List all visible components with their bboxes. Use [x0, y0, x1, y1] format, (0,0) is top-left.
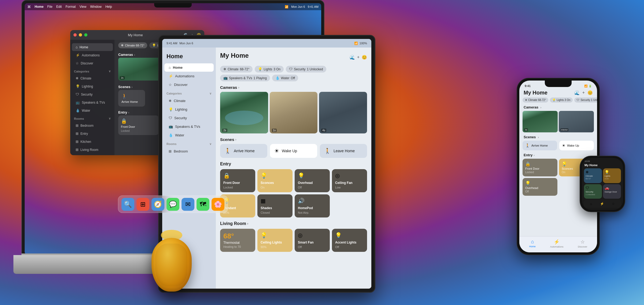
ipad-shades-card[interactable]: ▦ Shades Closed [257, 194, 293, 217]
window-maximize-button[interactable] [84, 33, 87, 37]
dock-finder[interactable]: 🔍 [121, 198, 134, 211]
dock-maps[interactable]: 🗺 [197, 198, 209, 211]
ipad-sconces-card[interactable]: 💡 Sconces On [257, 169, 293, 192]
ipad-camera-2[interactable]: 1s [270, 92, 318, 133]
iphone-tab-automations[interactable]: ⚡ Automations [550, 239, 563, 248]
menubar-right: 📶 Mon Jun 6 9:41 AM [285, 5, 319, 9]
lighting-icon: 💡 [76, 84, 80, 88]
ipad-sidebar-speakers[interactable]: 📺 Speakers & TVs [164, 122, 214, 131]
iphone-camera-2[interactable]: interior [559, 111, 594, 132]
ipad-sidebar-lighting[interactable]: 💡 Lighting [164, 105, 214, 114]
sidebar-item-kitchen[interactable]: ⊞ Kitchen [72, 138, 113, 146]
sidebar-item-discover[interactable]: ☆ Discover [72, 59, 113, 67]
ipad-lights-pill[interactable]: 💡 Lights 3 On [255, 66, 284, 72]
arrive-home-scene[interactable]: 🚶 Arrive Home [118, 90, 145, 107]
ipad-speakers-pill[interactable]: 📺 Speakers & TVs 1 Playing [220, 75, 270, 81]
menubar-edit[interactable]: Edit [56, 5, 62, 9]
ipad-accent-lights-card[interactable]: 💡 Accent Lights Off [332, 229, 367, 252]
ipad-shades-status: Closed [261, 211, 289, 214]
ipad-leave-home-scene[interactable]: 🚶 Leave Home [320, 144, 367, 158]
sidebar-item-speakers[interactable]: 📺 Speakers & TVs [72, 99, 113, 106]
dock-mail[interactable]: ✉ [182, 198, 194, 211]
homepod-body [151, 238, 192, 292]
iphone-lights-pill[interactable]: 💡 Lights 3 On [550, 97, 573, 103]
ipad-ceiling-lights-card[interactable]: 💡 Ceiling Lights 90% [257, 229, 293, 252]
iphone-security-pill[interactable]: 🛡 Security 1 Unlocked [574, 97, 597, 103]
climate-pill[interactable]: ❄ Climate 68-72° [118, 42, 147, 48]
ipad-climate-pill-icon: ❄ [223, 67, 226, 71]
ipad-homepod-card[interactable]: 🔊 HomePod Not Airp. [295, 194, 330, 217]
window-close-button[interactable] [73, 33, 77, 37]
iphone-tab-discover[interactable]: ☆ Discover [578, 239, 587, 248]
sidebar-item-climate[interactable]: ❄ Climate [72, 74, 113, 82]
iphone-tab-home[interactable]: ⌂ Home [529, 239, 536, 248]
watch-home-icon[interactable]: ⌂ [590, 202, 592, 206]
iphone-climate-pill[interactable]: ❄ Climate 68-72° [523, 97, 548, 103]
ipad-scenes-arrow: › [235, 138, 236, 141]
iphone-overhead-card[interactable]: 💡 Overhead Off [523, 178, 557, 196]
watch-automations-icon[interactable]: ⚡ [600, 202, 604, 206]
sidebar-item-automations[interactable]: ⚡ Automations [72, 51, 113, 59]
ipad-titlebar: My Home 🌊 + 😊 [220, 52, 367, 63]
ipad-ceiling-fan-card[interactable]: ◎ Ceiling Fan Low [332, 169, 367, 192]
ipad-climate-pill[interactable]: ❄ Climate 68-72° [220, 66, 253, 72]
sidebar-item-home[interactable]: ⌂ Home [72, 43, 113, 51]
ipad-sidebar-bedroom[interactable]: ⊞ Bedroom [164, 147, 214, 155]
apple-menu-icon[interactable]: ⌘ [27, 5, 31, 9]
menubar-file[interactable]: File [47, 5, 52, 9]
watch-climate-tile[interactable]: ❄ Climate 68-72° [584, 168, 602, 183]
sidebar-item-water[interactable]: 💧 Water [72, 107, 113, 114]
ipad-sidebar-climate[interactable]: ❄ Climate [164, 97, 214, 105]
ipad-sidebar-discover[interactable]: ☆ Discover [164, 81, 214, 89]
menubar-help[interactable]: Help [105, 5, 112, 9]
sidebar-item-lighting[interactable]: 💡 Lighting [72, 82, 113, 90]
iphone-home-title: My Home [524, 90, 547, 96]
window-minimize-button[interactable] [79, 33, 82, 37]
sidebar-item-entry[interactable]: ⊞ Entry [72, 130, 113, 137]
dock-safari[interactable]: 🧭 [151, 198, 164, 211]
iphone-add-icon[interactable]: + [582, 90, 585, 95]
sidebar-item-livingroom[interactable]: ⊞ Living Room [72, 146, 113, 154]
ipad-sidebar-security[interactable]: 🛡 Security [164, 114, 214, 122]
watch-security-tile[interactable]: 🛡 Security 1 Unlocked [584, 184, 602, 199]
ipad-overhead-card[interactable]: 💡 Overhead Off [295, 169, 330, 192]
sidebar-security-label: Security [81, 93, 92, 96]
iphone-wake-up-scene[interactable]: ☀ Wake Up [559, 141, 594, 150]
ipad-wake-up-scene[interactable]: ☀ Wake Up [270, 144, 317, 158]
ipad-front-door-card[interactable]: 🔒 Front Door Locked [220, 169, 255, 192]
front-door-card[interactable]: 🔒 Front Door Locked [118, 115, 159, 135]
iphone-camera-1[interactable]: 3s [523, 111, 558, 132]
dock-photos[interactable]: 🌸 [212, 198, 224, 211]
dock-launchpad[interactable]: ⊞ [136, 198, 149, 211]
iphone-front-door-card[interactable]: 🔒 Front Door Locked [523, 159, 557, 176]
sidebar-item-security[interactable]: 🛡 Security [72, 90, 113, 98]
ipad-arrive-home-scene[interactable]: 🚶 Arrive Home [220, 144, 267, 158]
ipad-lighting-nav-label: Lighting [175, 107, 187, 111]
ipad-camera-3[interactable]: 4s [319, 92, 367, 133]
ipad-sidebar-water[interactable]: 💧 Water [164, 131, 214, 139]
dock-messages[interactable]: 💬 [166, 198, 179, 211]
menubar-app-name[interactable]: Home [35, 5, 43, 9]
ipad-wave-icon[interactable]: 🌊 [350, 55, 355, 60]
ipad-add-icon[interactable]: + [357, 55, 360, 60]
menubar-format[interactable]: Format [65, 5, 76, 9]
menubar-view[interactable]: View [79, 5, 86, 9]
ipad-thermostat-card[interactable]: 68° Thermostat Heating to 70 [220, 229, 255, 252]
iphone-wave-icon[interactable]: 🌊 [574, 90, 580, 95]
ipad-cameras-header: Cameras › [220, 85, 367, 90]
ipad-smiley-icon[interactable]: 😊 [362, 55, 367, 60]
watch-discover-icon[interactable]: ☆ [612, 202, 615, 206]
watch-garage-tile[interactable]: 🚗 Garage Door [603, 184, 621, 199]
menubar-window[interactable]: Window [90, 5, 102, 9]
watch-lights-tile[interactable]: 💡 Lights 3 On [603, 168, 621, 183]
iphone-arrive-home-scene[interactable]: 🚶 Arrive Home [523, 141, 557, 150]
sidebar-item-bedroom[interactable]: ⊞ Bedroom [72, 122, 113, 129]
iphone-smiley-icon[interactable]: 😊 [587, 90, 593, 95]
ipad-security-pill[interactable]: 🛡 Security 1 Unlocked [286, 66, 326, 72]
ipad-automations-icon: ⚡ [169, 74, 173, 78]
ipad-camera-1[interactable]: 2s [220, 92, 268, 133]
ipad-sidebar-home[interactable]: ⌂ Home [164, 63, 214, 72]
ipad-water-pill[interactable]: 💧 Water Off [272, 75, 298, 81]
ipad-sidebar-automations[interactable]: ⚡ Automations [164, 72, 214, 80]
ipad-smart-fan-card[interactable]: ◎ Smart Fan Off [295, 229, 330, 252]
